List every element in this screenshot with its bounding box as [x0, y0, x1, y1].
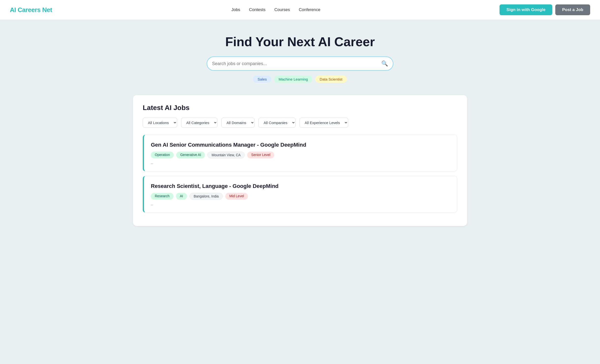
job-dash: –	[151, 161, 450, 166]
header: AI Careers Net Jobs Contests Courses Con…	[0, 0, 600, 20]
jobs-filters: All Locations All Categories All Domains…	[143, 118, 457, 128]
tag-sales[interactable]: Sales	[253, 76, 271, 83]
job-tag-location: Mountain View, CA	[207, 152, 245, 158]
filter-categories[interactable]: All Categories	[181, 118, 217, 128]
header-actions: Sign in with Google Post a Job	[500, 4, 590, 15]
job-tags: Research AI Bangalore, India Mid Level	[151, 193, 450, 200]
filter-companies[interactable]: All Companies	[258, 118, 296, 128]
job-card[interactable]: Gen AI Senior Communications Manager - G…	[143, 135, 457, 171]
tag-data-scientist[interactable]: Data Scientist	[315, 76, 347, 83]
search-input[interactable]	[212, 61, 381, 66]
jobs-section-title: Latest AI Jobs	[143, 104, 457, 112]
nav-courses[interactable]: Courses	[274, 7, 290, 12]
hero-section: Find Your Next AI Career 🔍 Sales Machine…	[0, 20, 600, 95]
job-tags: Operation Generative AI Mountain View, C…	[151, 152, 450, 158]
job-card[interactable]: Research Scientist, Language - Google De…	[143, 176, 457, 213]
main-nav: Jobs Contests Courses Conference	[231, 7, 320, 12]
signin-button[interactable]: Sign in with Google	[500, 4, 552, 15]
search-tag-list: Sales Machine Learning Data Scientist	[5, 76, 595, 83]
job-tag-research[interactable]: Research	[151, 193, 173, 200]
job-tag-generative-ai[interactable]: Generative AI	[176, 152, 205, 158]
nav-conference[interactable]: Conference	[299, 7, 320, 12]
hero-title: Find Your Next AI Career	[5, 34, 595, 49]
job-title: Gen AI Senior Communications Manager - G…	[151, 142, 450, 148]
filter-locations[interactable]: All Locations	[143, 118, 177, 128]
job-tag-ai[interactable]: AI	[176, 193, 187, 200]
post-job-button[interactable]: Post a Job	[555, 4, 590, 15]
filter-experience[interactable]: All Experience Levels	[300, 118, 348, 128]
job-tag-operation[interactable]: Operation	[151, 152, 174, 158]
nav-jobs[interactable]: Jobs	[231, 7, 240, 12]
search-bar: 🔍	[207, 56, 393, 71]
job-tag-location: Bangalore, India	[189, 193, 223, 200]
search-icon[interactable]: 🔍	[381, 60, 388, 67]
jobs-section: Latest AI Jobs All Locations All Categor…	[133, 95, 467, 226]
filter-domains[interactable]: All Domains	[221, 118, 255, 128]
job-dash: –	[151, 203, 450, 207]
nav-contests[interactable]: Contests	[249, 7, 266, 12]
tag-machine-learning[interactable]: Machine Learning	[274, 76, 312, 83]
job-tag-senior-level[interactable]: Senior Level	[247, 152, 274, 158]
job-title: Research Scientist, Language - Google De…	[151, 183, 450, 189]
job-tag-mid-level[interactable]: Mid Level	[225, 193, 248, 200]
logo[interactable]: AI Careers Net	[10, 6, 52, 14]
